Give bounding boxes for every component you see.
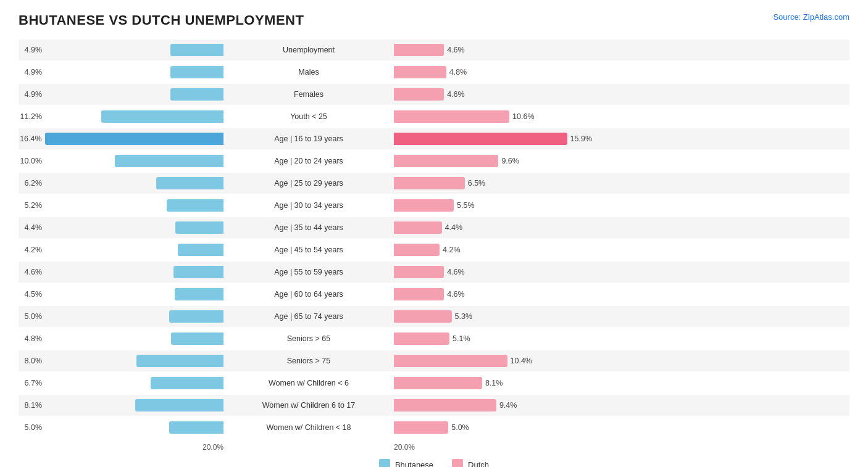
left-value: 4.5% bbox=[19, 290, 42, 299]
table-row: 4.6% Age | 55 to 59 years 4.6% bbox=[19, 262, 849, 283]
center-label: Women w/ Children < 6 bbox=[228, 379, 389, 387]
table-row: 8.1% Women w/ Children 6 to 17 9.4% bbox=[19, 395, 849, 416]
left-bar-wrap bbox=[45, 155, 223, 167]
bar-blue bbox=[178, 244, 223, 256]
right-section: 4.6% bbox=[389, 44, 599, 56]
left-section: 8.0% bbox=[19, 355, 228, 367]
table-row: 4.5% Age | 60 to 64 years 4.6% bbox=[19, 284, 849, 305]
bar-pink bbox=[394, 66, 446, 78]
bar-blue bbox=[45, 133, 223, 145]
center-label: Females bbox=[228, 90, 389, 99]
bar-pink bbox=[394, 88, 444, 101]
center-label: Age | 65 to 74 years bbox=[228, 312, 389, 321]
right-section: 9.4% bbox=[389, 399, 599, 411]
bar-pink bbox=[394, 377, 482, 389]
left-bar-wrap bbox=[45, 355, 223, 367]
left-bar-wrap bbox=[45, 310, 223, 323]
bar-blue bbox=[135, 399, 223, 411]
right-section: 5.5% bbox=[389, 199, 599, 212]
left-bar-wrap bbox=[45, 266, 223, 278]
bar-pink bbox=[394, 244, 440, 256]
left-value: 6.2% bbox=[19, 179, 42, 188]
bar-blue bbox=[175, 288, 223, 300]
bar-blue bbox=[115, 155, 223, 167]
center-label: Seniors > 65 bbox=[228, 334, 389, 343]
left-value: 8.0% bbox=[19, 357, 42, 365]
center-label: Age | 25 to 29 years bbox=[228, 179, 389, 188]
right-section: 4.6% bbox=[389, 88, 599, 101]
left-value: 4.6% bbox=[19, 268, 42, 276]
bar-blue bbox=[169, 310, 223, 323]
bar-pink bbox=[394, 310, 452, 323]
center-label: Age | 55 to 59 years bbox=[228, 268, 389, 276]
left-value: 4.8% bbox=[19, 334, 42, 343]
center-label: Unemployment bbox=[228, 46, 389, 54]
center-label: Women w/ Children < 18 bbox=[228, 423, 389, 432]
bar-blue bbox=[156, 177, 223, 189]
table-row: 8.0% Seniors > 75 10.4% bbox=[19, 350, 849, 371]
right-section: 5.3% bbox=[389, 310, 599, 323]
left-section: 8.1% bbox=[19, 399, 228, 411]
left-section: 5.2% bbox=[19, 199, 228, 212]
bar-pink bbox=[394, 110, 509, 123]
right-section: 4.6% bbox=[389, 266, 599, 278]
left-bar-wrap bbox=[45, 44, 223, 56]
table-row: 4.4% Age | 35 to 44 years 4.4% bbox=[19, 217, 849, 238]
bar-pink bbox=[394, 177, 465, 189]
right-section: 4.2% bbox=[389, 244, 599, 256]
left-section: 4.8% bbox=[19, 333, 228, 345]
left-bar-wrap bbox=[45, 288, 223, 300]
left-value: 4.9% bbox=[19, 46, 42, 54]
left-section: 4.9% bbox=[19, 66, 228, 78]
left-bar-wrap bbox=[45, 377, 223, 389]
bar-pink bbox=[394, 133, 567, 145]
right-value: 4.6% bbox=[447, 290, 470, 299]
bar-blue bbox=[175, 221, 223, 234]
right-value: 10.4% bbox=[511, 357, 534, 365]
left-section: 4.6% bbox=[19, 266, 228, 278]
table-row: 5.0% Women w/ Children < 18 5.0% bbox=[19, 417, 849, 438]
table-row: 10.0% Age | 20 to 24 years 9.6% bbox=[19, 151, 849, 172]
left-value: 4.2% bbox=[19, 246, 42, 254]
bar-blue bbox=[167, 199, 223, 212]
left-value: 6.7% bbox=[19, 379, 42, 387]
center-label: Youth < 25 bbox=[228, 112, 389, 121]
bar-blue bbox=[170, 66, 223, 78]
right-section: 15.9% bbox=[389, 133, 599, 145]
right-value: 4.2% bbox=[443, 246, 466, 254]
left-bar-wrap bbox=[45, 133, 223, 145]
bar-pink bbox=[394, 221, 442, 234]
left-value: 10.0% bbox=[19, 157, 42, 165]
bar-pink bbox=[394, 399, 496, 411]
left-section: 4.5% bbox=[19, 288, 228, 300]
center-label: Age | 45 to 54 years bbox=[228, 246, 389, 254]
center-label: Age | 60 to 64 years bbox=[228, 290, 389, 299]
left-bar-wrap bbox=[45, 244, 223, 256]
chart-container: BHUTANESE VS DUTCH UNEMPLOYMENT Source: … bbox=[19, 12, 849, 467]
right-value: 5.3% bbox=[455, 312, 478, 321]
right-value: 6.5% bbox=[468, 179, 491, 188]
left-section: 6.2% bbox=[19, 177, 228, 189]
table-row: 16.4% Age | 16 to 19 years 15.9% bbox=[19, 128, 849, 149]
bar-blue bbox=[171, 333, 223, 345]
right-value: 9.4% bbox=[499, 401, 523, 410]
right-value: 10.6% bbox=[512, 112, 536, 121]
right-value: 5.0% bbox=[451, 423, 475, 432]
left-value: 5.0% bbox=[19, 312, 42, 321]
right-section: 4.6% bbox=[389, 288, 599, 300]
center-label: Seniors > 75 bbox=[228, 357, 389, 365]
left-section: 4.9% bbox=[19, 44, 228, 56]
table-row: 4.8% Seniors > 65 5.1% bbox=[19, 328, 849, 349]
left-value: 5.0% bbox=[19, 423, 42, 432]
bar-pink bbox=[394, 333, 449, 345]
right-value: 5.1% bbox=[453, 334, 476, 343]
left-section: 4.2% bbox=[19, 244, 228, 256]
right-value: 4.6% bbox=[447, 268, 470, 276]
center-label: Males bbox=[228, 68, 389, 76]
right-section: 10.6% bbox=[389, 110, 599, 123]
bar-pink bbox=[394, 44, 444, 56]
table-row: 4.9% Unemployment 4.6% bbox=[19, 39, 849, 60]
table-row: 6.7% Women w/ Children < 6 8.1% bbox=[19, 373, 849, 394]
right-section: 6.5% bbox=[389, 177, 599, 189]
left-section: 4.4% bbox=[19, 221, 228, 234]
